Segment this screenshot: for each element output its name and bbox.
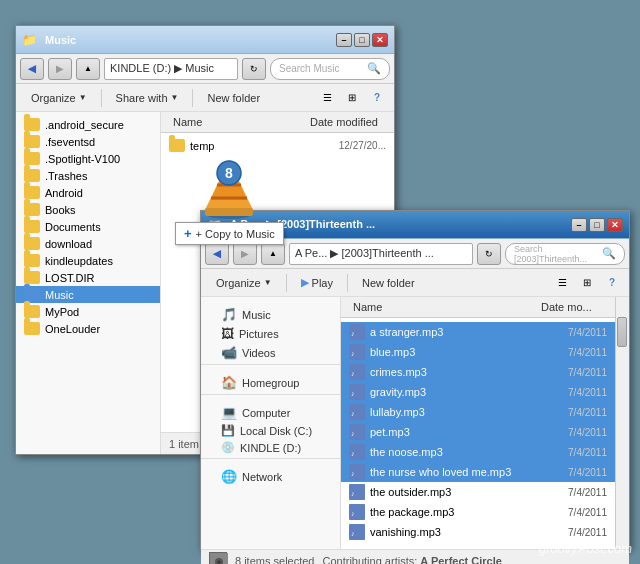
share-button-1[interactable]: Share with ▼ [107, 87, 188, 109]
file-blue[interactable]: ♪ blue.mp3 7/4/2011 [341, 342, 615, 362]
address-path-2[interactable]: A Pe... ▶ [2003]Thirteenth ... [289, 243, 473, 265]
folder-kindleupdates[interactable]: kindleupdates [16, 252, 160, 269]
file-lullaby[interactable]: ♪ lullaby.mp3 7/4/2011 [341, 402, 615, 422]
back-button-1[interactable]: ◀ [20, 58, 44, 80]
file-pet[interactable]: ♪ pet.mp3 7/4/2011 [341, 422, 615, 442]
folder-onelouder[interactable]: OneLouder [16, 320, 160, 337]
file-a-stranger[interactable]: ♪ a stranger.mp3 7/4/2011 [341, 322, 615, 342]
homegroup-icon: 🏠 [221, 375, 237, 390]
svg-text:♪: ♪ [351, 490, 355, 497]
file-the-package[interactable]: ♪ the package.mp3 7/4/2011 [341, 502, 615, 522]
toolbar-sep-4 [347, 274, 348, 292]
window1-sidebar: .android_secure .fseventsd .Spotlight-V1… [16, 112, 161, 454]
window1-title: Music [41, 34, 76, 46]
play-icon: ▶ [301, 276, 309, 289]
svg-text:♪: ♪ [351, 470, 355, 477]
forward-button-1[interactable]: ▶ [48, 58, 72, 80]
folder-android[interactable]: Android [16, 184, 160, 201]
file-vanishing[interactable]: ♪ vanishing.mp3 7/4/2011 [341, 522, 615, 542]
folder-books[interactable]: Books [16, 201, 160, 218]
view-list-btn-2[interactable]: ☰ [551, 272, 573, 294]
share-chevron-1: ▼ [171, 93, 179, 102]
file-the-noose[interactable]: ♪ the noose.mp3 7/4/2011 [341, 442, 615, 462]
sidebar-kindle[interactable]: 💿 KINDLE (D:) [205, 439, 340, 456]
folder-documents[interactable]: Documents [16, 218, 160, 235]
sidebar-local-disk[interactable]: 💾 Local Disk (C:) [205, 422, 340, 439]
folder-icon [24, 118, 40, 131]
sidebar-computer[interactable]: 💻 Computer [205, 403, 340, 422]
scrollbar-thumb-2[interactable] [617, 317, 627, 347]
scrollbar-2[interactable] [615, 297, 629, 549]
sidebar-pictures[interactable]: 🖼 Pictures [205, 324, 340, 343]
organize-button-1[interactable]: Organize ▼ [22, 87, 96, 109]
view-icon-btn-2[interactable]: ⊞ [576, 272, 598, 294]
svg-point-32 [218, 560, 221, 563]
address-path-1[interactable]: KINDLE (D:) ▶ Music [104, 58, 238, 80]
kindle-icon: 💿 [221, 441, 235, 454]
mp3-icon: ♪ [349, 384, 365, 400]
sidebar-videos[interactable]: 📹 Videos [205, 343, 340, 362]
pictures-icon: 🖼 [221, 326, 234, 341]
sidebar-homegroup[interactable]: 🏠 Homegroup [205, 373, 340, 392]
mp3-icon: ♪ [349, 324, 365, 340]
refresh-button-1[interactable]: ↻ [242, 58, 266, 80]
network-icon: 🌐 [221, 469, 237, 484]
close-button-1[interactable]: ✕ [372, 33, 388, 47]
folder-android-secure[interactable]: .android_secure [16, 116, 160, 133]
help-btn-2[interactable]: ? [601, 272, 623, 294]
maximize-button-1[interactable]: □ [354, 33, 370, 47]
mp3-icon: ♪ [349, 484, 365, 500]
folder-spotlight[interactable]: .Spotlight-V100 [16, 150, 160, 167]
up-button-1[interactable]: ▲ [76, 58, 100, 80]
maximize-button-2[interactable]: □ [589, 218, 605, 232]
folder-icon [24, 203, 40, 216]
folder-trashes[interactable]: .Trashes [16, 167, 160, 184]
computer-icon: 💻 [221, 405, 237, 420]
sidebar-music[interactable]: 🎵 Music [205, 305, 340, 324]
file-temp[interactable]: temp 12/27/20... [161, 137, 394, 154]
col-name-header-2[interactable]: Name [349, 299, 537, 315]
search-box-2[interactable]: Search [2003]Thirteenth... 🔍 [505, 243, 625, 265]
svg-text:♪: ♪ [351, 350, 355, 357]
up-button-2[interactable]: ▲ [261, 243, 285, 265]
play-button-2[interactable]: ▶ Play [292, 272, 342, 294]
svg-text:♪: ♪ [351, 370, 355, 377]
file-the-outsider[interactable]: ♪ the outsider.mp3 7/4/2011 [341, 482, 615, 502]
view-icon-btn-1[interactable]: ⊞ [341, 87, 363, 109]
organize-button-2[interactable]: Organize ▼ [207, 272, 281, 294]
close-button-2[interactable]: ✕ [607, 218, 623, 232]
new-folder-button-1[interactable]: New folder [198, 87, 269, 109]
refresh-button-2[interactable]: ↻ [477, 243, 501, 265]
svg-text:♪: ♪ [351, 510, 355, 517]
folder-lostdir[interactable]: LOST.DIR [16, 269, 160, 286]
folder-download[interactable]: download [16, 235, 160, 252]
toolbar-sep-2 [192, 89, 193, 107]
new-folder-button-2[interactable]: New folder [353, 272, 424, 294]
folder-music-selected[interactable]: Music [16, 286, 160, 303]
mp3-icon: ♪ [349, 524, 365, 540]
toolbar-right-2: ☰ ⊞ ? [551, 272, 623, 294]
window2-buttons: – □ ✕ [571, 218, 623, 232]
help-btn-1[interactable]: ? [366, 87, 388, 109]
folder-icon [24, 254, 40, 267]
window2-sidebar: 🎵 Music 🖼 Pictures 📹 Videos 🏠 Homegroup [201, 297, 341, 549]
folder-fseventsd[interactable]: .fseventsd [16, 133, 160, 150]
view-list-btn-1[interactable]: ☰ [316, 87, 338, 109]
minimize-button-2[interactable]: – [571, 218, 587, 232]
window2-main: Name Date mo... ♪ a stranger.mp3 7/4/201… [341, 297, 615, 549]
forward-button-2[interactable]: ▶ [233, 243, 257, 265]
file-crimes[interactable]: ♪ crimes.mp3 7/4/2011 [341, 362, 615, 382]
back-button-2[interactable]: ◀ [205, 243, 229, 265]
minimize-button-1[interactable]: – [336, 33, 352, 47]
svg-text:♪: ♪ [351, 390, 355, 397]
search-icon-2: 🔍 [602, 247, 616, 260]
vlc-tooltip-area: 8 + + Copy to Music [175, 155, 284, 245]
folder-mypod[interactable]: MyPod [16, 303, 160, 320]
col-name-header[interactable]: Name [169, 114, 306, 130]
sidebar-network[interactable]: 🌐 Network [205, 467, 340, 486]
col-date-header-2[interactable]: Date mo... [537, 299, 607, 315]
file-gravity[interactable]: ♪ gravity.mp3 7/4/2011 [341, 382, 615, 402]
file-the-nurse[interactable]: ♪ the nurse who loved me.mp3 7/4/2011 [341, 462, 615, 482]
col-date-header[interactable]: Date modified [306, 114, 386, 130]
search-box-1[interactable]: Search Music 🔍 [270, 58, 390, 80]
